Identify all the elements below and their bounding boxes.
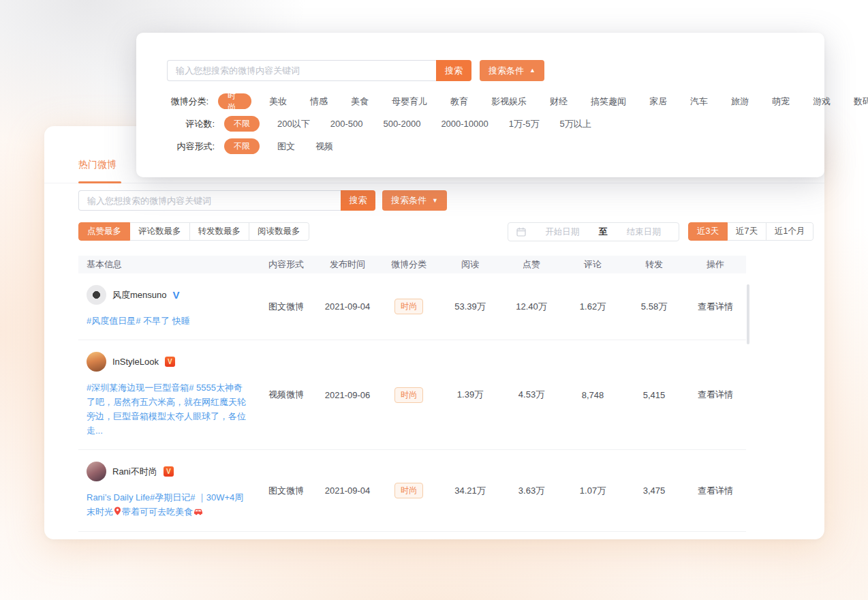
filter-option[interactable]: 家居 <box>649 95 667 108</box>
search-condition-toggle-button[interactable]: 搜索条件 ▼ <box>382 190 447 211</box>
view-details-link[interactable]: 查看详情 <box>685 389 746 401</box>
filter-rows: 微博分类: 时尚 美妆情感美食母婴育儿教育影视娱乐财经搞笑趣闻家居汽车旅游萌宠游… <box>167 93 868 154</box>
search-condition-toggle-button[interactable]: 搜索条件 ▲ <box>480 60 544 81</box>
verified-orange-v-icon: V <box>165 357 175 367</box>
view-details-link[interactable]: 查看详情 <box>685 301 746 313</box>
header-likes: 点赞 <box>501 258 562 271</box>
filter-label: 内容形式: <box>167 140 215 153</box>
likes-cell: 3.63万 <box>501 485 562 497</box>
table-row: InStyleLook V #深圳某海边现一巨型音箱# 5555太神奇了吧，居然… <box>78 340 746 450</box>
search-condition-panel: 搜索 搜索条件 ▲ 微博分类: 时尚 美妆情感美食母婴育儿教育影视娱乐财经搞笑趣… <box>136 33 824 177</box>
filter-option[interactable]: 数码科技 <box>854 95 868 108</box>
comments-cell: 8,748 <box>562 390 623 400</box>
filter-option[interactable]: 1万-5万 <box>509 118 540 130</box>
tab-hot-weibo[interactable]: 热门微博 <box>78 159 117 171</box>
filter-option[interactable]: 200以下 <box>277 118 310 130</box>
chevron-down-icon: ▼ <box>432 198 438 204</box>
basic-info-cell: 风度mensuno V #风度值日星# 不早了 快睡 <box>78 273 255 340</box>
keyword-search-input[interactable] <box>167 60 436 81</box>
filter-label: 评论数: <box>167 118 215 130</box>
filter-selected-pill[interactable]: 时尚 <box>218 93 251 109</box>
date-range-picker[interactable]: 开始日期 至 结束日期 <box>508 222 679 241</box>
start-date-input[interactable]: 开始日期 <box>536 226 589 238</box>
filter-option[interactable]: 萌宠 <box>772 95 790 108</box>
category-tag: 时尚 <box>394 483 423 498</box>
reposts-cell: 5,415 <box>623 390 685 400</box>
filter-option[interactable]: 财经 <box>550 95 568 108</box>
weibo-content-link[interactable]: #深圳某海边现一巨型音箱# 5555太神奇了吧，居然有五六米高，就在网红魔天轮旁… <box>87 380 249 438</box>
verified-blue-v-icon: V <box>172 289 179 301</box>
avatar[interactable] <box>87 285 106 305</box>
quick-range-segmented-control: 近3天 近7天 近1个月 <box>688 222 813 241</box>
main-search-row: 搜索 搜索条件 ▼ <box>78 190 447 211</box>
search-button[interactable]: 搜索 <box>341 190 375 211</box>
content-form-cell: 图文微博 <box>255 301 317 313</box>
weibo-content-link[interactable]: Rani’s Daily Life#孕期日记# ｜30W+4周末时光带着可可去吃… <box>87 490 249 520</box>
table-scrollbar[interactable] <box>747 284 749 344</box>
end-date-input[interactable]: 结束日期 <box>617 226 671 238</box>
sort-most-reposted[interactable]: 转发数最多 <box>190 222 250 241</box>
filter-label: 微博分类: <box>167 95 208 108</box>
avatar[interactable] <box>87 462 106 481</box>
quick-range-3d[interactable]: 近3天 <box>688 222 728 241</box>
filter-selected-pill[interactable]: 不限 <box>224 116 260 132</box>
filter-option[interactable]: 图文 <box>277 140 295 153</box>
filter-option[interactable]: 500-2000 <box>383 119 420 129</box>
avatar[interactable] <box>87 352 106 372</box>
filter-option[interactable]: 5万以上 <box>560 118 591 130</box>
filter-option[interactable]: 2000-10000 <box>441 119 488 129</box>
filter-option[interactable]: 美食 <box>351 95 369 108</box>
weibo-content-link[interactable]: #风度值日星# 不早了 快睡 <box>87 314 249 328</box>
header-publish-time: 发布时间 <box>317 258 378 271</box>
tab-active-underline <box>78 181 121 183</box>
filter-option[interactable]: 视频 <box>315 140 333 153</box>
keyword-search-input[interactable] <box>78 190 341 211</box>
filter-option[interactable]: 200-500 <box>330 119 363 129</box>
filter-option[interactable]: 游戏 <box>813 95 831 108</box>
sort-most-read[interactable]: 阅读数最多 <box>249 222 309 241</box>
category-cell: 时尚 <box>378 483 439 498</box>
view-details-link[interactable]: 查看详情 <box>685 485 746 497</box>
content-form-cell: 视频微博 <box>255 389 317 401</box>
reposts-cell: 3,475 <box>623 485 685 496</box>
filter-option[interactable]: 影视娱乐 <box>491 95 527 108</box>
search-button[interactable]: 搜索 <box>436 60 471 81</box>
header-reads: 阅读 <box>439 258 501 271</box>
publish-time-cell: 2021-09-04 <box>317 485 378 496</box>
filter-option[interactable]: 搞笑趣闻 <box>591 95 626 108</box>
user-name[interactable]: InStyleLook <box>112 357 159 367</box>
header-comments: 评论 <box>562 258 623 271</box>
content-form-cell: 图文微博 <box>255 485 317 497</box>
publish-time-cell: 2021-09-04 <box>317 301 378 312</box>
user-name[interactable]: 风度mensuno <box>112 289 166 301</box>
filter-option[interactable]: 汽车 <box>690 95 708 108</box>
quick-range-7d[interactable]: 近7天 <box>728 222 766 241</box>
filter-option[interactable]: 教育 <box>450 95 468 108</box>
basic-info-cell: InStyleLook V #深圳某海边现一巨型音箱# 5555太神奇了吧，居然… <box>78 340 255 449</box>
reads-cell: 1.39万 <box>439 389 501 401</box>
chevron-up-icon: ▲ <box>529 68 536 74</box>
category-cell: 时尚 <box>378 299 439 314</box>
header-content-form: 内容形式 <box>255 258 317 271</box>
location-pin-icon <box>114 505 121 520</box>
category-tag: 时尚 <box>394 299 423 314</box>
filter-option[interactable]: 旅游 <box>731 95 749 108</box>
filter-selected-pill[interactable]: 不限 <box>224 138 260 154</box>
list-controls: 点赞最多 评论数最多 转发数最多 阅读数最多 开始日期 至 结束日期 近3天 近… <box>78 222 790 241</box>
quick-range-1m[interactable]: 近1个月 <box>766 222 813 241</box>
filter-row-comment-count: 评论数: 不限 200以下200-500500-20002000-100001万… <box>167 116 868 132</box>
table-header-row: 基本信息 内容形式 发布时间 微博分类 阅读 点赞 评论 转发 操作 <box>78 256 746 273</box>
reads-cell: 34.21万 <box>439 485 501 497</box>
filter-row-category: 微博分类: 时尚 美妆情感美食母婴育儿教育影视娱乐财经搞笑趣闻家居汽车旅游萌宠游… <box>167 93 868 109</box>
header-reposts: 转发 <box>623 258 685 271</box>
header-category: 微博分类 <box>378 258 439 271</box>
filter-option[interactable]: 美妆 <box>269 95 287 108</box>
user-name[interactable]: Rani不时尚 <box>112 466 157 478</box>
sort-most-commented[interactable]: 评论数最多 <box>130 222 190 241</box>
filter-option[interactable]: 情感 <box>310 95 328 108</box>
comments-cell: 1.62万 <box>562 301 623 313</box>
category-tag: 时尚 <box>394 387 423 403</box>
sort-most-liked[interactable]: 点赞最多 <box>78 222 130 241</box>
hot-weibo-panel: 热门微博 搜索 搜索条件 ▼ 点赞最多 评论数最多 转发数最多 阅读数最多 <box>44 126 824 539</box>
filter-option[interactable]: 母婴育儿 <box>392 95 427 108</box>
